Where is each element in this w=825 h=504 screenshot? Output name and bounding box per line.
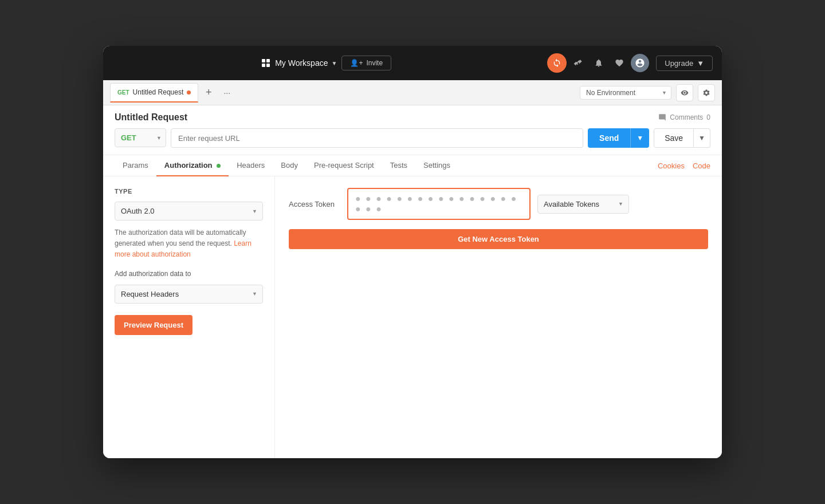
topbar: My Workspace ▼ 👤+ Invite <box>103 46 722 80</box>
workspace-name[interactable]: My Workspace ▼ <box>275 58 337 68</box>
access-token-input-wrap: ● ● ● ● ● ● ● ● ● ● ● ● ● ● ● ● ● ● ● <box>347 188 531 220</box>
add-data-select[interactable]: Request Headers Request URL <box>115 285 263 304</box>
invite-button[interactable]: 👤+ Invite <box>341 56 391 70</box>
type-select[interactable]: No Auth API Key Bearer Token Basic Auth … <box>115 202 263 220</box>
tab-params[interactable]: Params <box>115 155 156 176</box>
preview-request-button[interactable]: Preview Request <box>115 315 192 335</box>
sync-button[interactable] <box>547 53 567 73</box>
active-tab[interactable]: GET Untitled Request <box>110 83 198 103</box>
add-auth-label: Add authorization data to <box>115 270 263 278</box>
access-token-row: Access Token ● ● ● ● ● ● ● ● ● ● ● ● ● ●… <box>289 188 708 220</box>
tab-settings[interactable]: Settings <box>415 155 458 176</box>
grid-icon <box>261 58 270 68</box>
request-title-bar: Untitled Request Comments 0 <box>115 112 710 123</box>
more-tabs-button[interactable]: ··· <box>219 85 235 101</box>
tab-tests[interactable]: Tests <box>382 155 415 176</box>
send-button[interactable]: Send <box>588 128 630 148</box>
auth-left: TYPE No Auth API Key Bearer Token Basic … <box>103 176 275 458</box>
type-select-wrap: No Auth API Key Bearer Token Basic Auth … <box>115 202 263 220</box>
access-token-label: Access Token <box>289 200 340 208</box>
topbar-left: My Workspace ▼ 👤+ Invite <box>112 56 540 70</box>
method-select-wrap: GET POST PUT DELETE PATCH <box>115 128 166 148</box>
invite-icon: 👤+ <box>350 59 363 67</box>
available-tokens-select[interactable]: Available Tokens <box>537 195 629 214</box>
url-bar: GET POST PUT DELETE PATCH Send ▼ Save ▼ <box>115 128 710 148</box>
upgrade-chevron-icon: ▼ <box>697 59 704 68</box>
env-bar: No Environment <box>580 84 715 101</box>
save-button[interactable]: Save <box>654 128 694 148</box>
tab-pre-request-script[interactable]: Pre-request Script <box>306 155 382 176</box>
comments-label: Comments <box>670 113 703 121</box>
svg-rect-2 <box>262 64 265 67</box>
add-tab-button[interactable]: + <box>201 85 217 101</box>
heart-button[interactable] <box>610 54 628 72</box>
tab-headers[interactable]: Headers <box>229 155 273 176</box>
topbar-icons: Upgrade ▼ <box>547 53 713 73</box>
svg-rect-0 <box>262 59 265 62</box>
comments-count: 0 <box>706 113 710 121</box>
url-input[interactable] <box>171 128 583 148</box>
send-dropdown-button[interactable]: ▼ <box>630 128 649 148</box>
auth-panel: TYPE No Auth API Key Bearer Token Basic … <box>103 176 722 458</box>
request-area: Untitled Request Comments 0 GET POST PUT… <box>103 105 722 155</box>
method-select[interactable]: GET POST PUT DELETE PATCH <box>115 128 166 147</box>
cookies-link[interactable]: Cookies <box>658 162 685 170</box>
get-new-access-token-button[interactable]: Get New Access Token <box>289 229 708 249</box>
workspace-label: My Workspace <box>275 58 328 68</box>
sub-tab-right: Cookies Code <box>658 162 710 170</box>
request-title: Untitled Request <box>115 112 187 123</box>
svg-rect-1 <box>266 59 270 62</box>
environment-select[interactable]: No Environment <box>580 86 671 100</box>
comments-button[interactable]: Comments 0 <box>658 113 710 121</box>
avatar[interactable] <box>631 54 649 72</box>
env-select-wrap: No Environment <box>580 86 671 100</box>
tabs-bar: GET Untitled Request + ··· No Environmen… <box>103 80 722 105</box>
send-btn-wrap: Send ▼ <box>588 128 649 148</box>
save-btn-wrap: Save ▼ <box>654 128 710 148</box>
notification-button[interactable] <box>590 54 608 72</box>
invite-label: Invite <box>366 59 383 67</box>
upgrade-button[interactable]: Upgrade ▼ <box>656 56 713 71</box>
save-dropdown-button[interactable]: ▼ <box>694 128 710 148</box>
tab-modified-dot <box>187 90 191 94</box>
settings-button[interactable] <box>698 84 715 101</box>
tab-body[interactable]: Body <box>273 155 306 176</box>
auth-description: The authorization data will be automatic… <box>115 227 263 261</box>
access-token-value: ● ● ● ● ● ● ● ● ● ● ● ● ● ● ● ● ● ● ● <box>355 194 522 214</box>
eye-button[interactable] <box>676 84 693 101</box>
authorization-active-dot <box>217 164 221 168</box>
workspace-chevron-icon: ▼ <box>331 60 337 66</box>
tab-method: GET <box>117 89 129 96</box>
upgrade-label: Upgrade <box>665 59 693 68</box>
available-tokens-select-wrap: Available Tokens <box>537 195 629 214</box>
type-label: TYPE <box>115 188 263 195</box>
main-content: GET Untitled Request + ··· No Environmen… <box>103 80 722 458</box>
svg-rect-3 <box>266 64 270 67</box>
add-data-select-wrap: Request Headers Request URL <box>115 285 263 304</box>
auth-desc-text: The authorization data will be automatic… <box>115 229 246 247</box>
code-link[interactable]: Code <box>693 162 710 170</box>
auth-right: Access Token ● ● ● ● ● ● ● ● ● ● ● ● ● ●… <box>275 176 722 458</box>
sub-tabs: Params Authorization Headers Body Pre-re… <box>103 155 722 176</box>
tab-name: Untitled Request <box>133 88 184 96</box>
satellite-button[interactable] <box>569 54 587 72</box>
tab-authorization[interactable]: Authorization <box>156 155 229 176</box>
